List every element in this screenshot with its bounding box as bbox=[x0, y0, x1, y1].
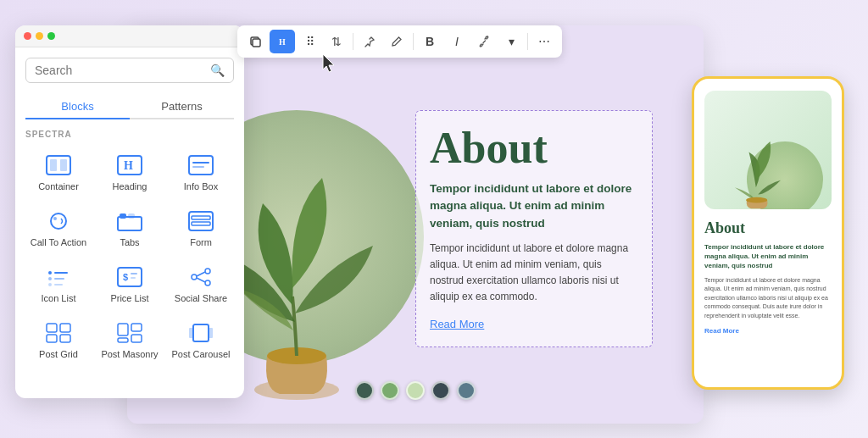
toolbar-pin-button[interactable] bbox=[357, 30, 382, 53]
block-item-info-box[interactable]: Info Box bbox=[168, 147, 234, 197]
toolbar-chevron-button[interactable]: ▾ bbox=[498, 30, 524, 53]
read-more-link[interactable]: Read More bbox=[430, 318, 484, 330]
svg-point-28 bbox=[205, 280, 210, 286]
block-label-container: Container bbox=[38, 181, 79, 191]
toolbar-italic-button[interactable]: I bbox=[444, 30, 470, 53]
svg-point-26 bbox=[205, 269, 210, 274]
block-item-post-masonry[interactable]: Post Masonry bbox=[97, 315, 163, 364]
svg-rect-14 bbox=[192, 216, 210, 219]
cta-icon bbox=[42, 208, 75, 234]
icon-list-icon bbox=[42, 264, 75, 290]
toolbar-move-button[interactable]: ⠿ bbox=[297, 30, 322, 53]
svg-point-27 bbox=[192, 274, 197, 280]
toolbar-duplicate-button[interactable] bbox=[242, 30, 268, 53]
block-item-heading[interactable]: H Heading bbox=[97, 147, 163, 197]
post-carousel-icon bbox=[185, 320, 217, 346]
svg-rect-12 bbox=[128, 213, 135, 219]
search-input[interactable] bbox=[35, 64, 210, 77]
svg-line-29 bbox=[197, 272, 205, 276]
info-box-icon bbox=[185, 152, 217, 178]
toolbar-ellipsis-button[interactable]: ⋯ bbox=[531, 30, 557, 53]
mobile-plant-svg bbox=[717, 116, 802, 209]
color-swatch-3[interactable] bbox=[406, 381, 425, 400]
svg-rect-5 bbox=[189, 156, 213, 175]
form-icon bbox=[185, 208, 217, 234]
svg-rect-6 bbox=[192, 162, 209, 164]
mobile-read-more: Read More bbox=[704, 327, 832, 335]
search-box[interactable]: 🔍 bbox=[25, 58, 234, 83]
heading-icon: H bbox=[114, 152, 146, 178]
toolbar-separator-3 bbox=[527, 33, 528, 50]
mobile-subtitle: Tempor incididunt ut labore et dolore ma… bbox=[704, 242, 832, 271]
svg-rect-45 bbox=[253, 39, 260, 47]
titlebar bbox=[15, 25, 244, 47]
block-label-post-carousel: Post Carousel bbox=[171, 349, 230, 359]
close-dot bbox=[24, 32, 31, 40]
editor-toolbar: H ⠿ ⇅ B I ▾ ⋯ bbox=[237, 25, 562, 58]
block-label-icon-list: Icon List bbox=[42, 293, 76, 303]
svg-rect-40 bbox=[189, 328, 193, 338]
block-item-cta[interactable]: Call To Action bbox=[25, 203, 92, 252]
toolbar-bold-button[interactable]: B bbox=[417, 30, 442, 53]
post-grid-icon bbox=[42, 320, 75, 346]
svg-point-18 bbox=[48, 277, 52, 280]
block-label-form: Form bbox=[190, 237, 212, 247]
block-item-icon-list[interactable]: Icon List bbox=[25, 259, 92, 308]
color-swatch-1[interactable] bbox=[355, 381, 374, 400]
svg-rect-2 bbox=[60, 159, 67, 171]
social-share-icon bbox=[185, 264, 217, 290]
toolbar-arrows-button[interactable]: ⇅ bbox=[324, 30, 349, 53]
svg-point-9 bbox=[53, 217, 57, 220]
color-swatch-2[interactable] bbox=[381, 381, 399, 400]
block-label-tabs: Tabs bbox=[120, 237, 139, 247]
toolbar-edit-button[interactable] bbox=[384, 30, 409, 53]
toolbar-link-button[interactable] bbox=[471, 30, 497, 53]
svg-rect-17 bbox=[54, 272, 68, 274]
content-subtitle: Tempor incididunt ut labore et dolore ma… bbox=[430, 180, 638, 232]
toolbar-separator-2 bbox=[413, 33, 414, 50]
svg-rect-7 bbox=[192, 166, 204, 168]
svg-text:H: H bbox=[124, 159, 133, 172]
mobile-heading: About bbox=[704, 219, 832, 237]
block-item-price-list[interactable]: $ Price List bbox=[97, 259, 163, 308]
color-swatch-4[interactable] bbox=[431, 381, 450, 400]
block-item-social-share[interactable]: Social Share bbox=[168, 259, 234, 308]
minimize-dot bbox=[36, 32, 43, 40]
mobile-preview: About Tempor incididunt ut labore et dol… bbox=[692, 76, 844, 390]
svg-text:$: $ bbox=[123, 272, 128, 282]
svg-rect-32 bbox=[60, 324, 70, 332]
cursor-arrow bbox=[320, 53, 339, 80]
svg-rect-19 bbox=[54, 278, 64, 280]
svg-rect-21 bbox=[54, 284, 63, 286]
block-item-form[interactable]: Form bbox=[168, 203, 234, 252]
toolbar-heading-button[interactable]: H bbox=[270, 30, 295, 53]
svg-point-8 bbox=[51, 213, 66, 229]
svg-point-48 bbox=[746, 197, 767, 203]
svg-line-30 bbox=[197, 278, 205, 282]
svg-rect-1 bbox=[50, 159, 57, 171]
section-label: SPECTRA bbox=[25, 130, 234, 139]
block-item-post-grid[interactable]: Post Grid bbox=[25, 315, 92, 364]
svg-rect-35 bbox=[118, 324, 128, 335]
block-item-post-carousel[interactable]: Post Carousel bbox=[168, 315, 234, 364]
block-grid: Container H Heading bbox=[25, 147, 234, 364]
tab-blocks[interactable]: Blocks bbox=[25, 95, 130, 119]
content-body: Tempor incididunt ut labore et dolore ma… bbox=[430, 241, 638, 306]
svg-rect-41 bbox=[209, 328, 213, 338]
search-icon: 🔍 bbox=[210, 64, 225, 77]
block-label-heading: Heading bbox=[113, 181, 147, 191]
block-label-price-list: Price List bbox=[110, 293, 148, 303]
svg-rect-31 bbox=[47, 324, 57, 332]
svg-rect-10 bbox=[118, 217, 142, 230]
block-item-container[interactable]: Container bbox=[25, 147, 92, 197]
color-swatch-5[interactable] bbox=[457, 381, 476, 400]
svg-rect-33 bbox=[47, 335, 57, 342]
svg-point-16 bbox=[48, 271, 52, 274]
content-block: About Tempor incididunt ut labore et dol… bbox=[415, 110, 653, 347]
block-item-tabs[interactable]: Tabs bbox=[97, 203, 163, 252]
block-label-post-masonry: Post Masonry bbox=[101, 349, 158, 359]
svg-rect-13 bbox=[189, 212, 213, 230]
tab-patterns[interactable]: Patterns bbox=[130, 95, 234, 118]
post-masonry-icon bbox=[114, 320, 146, 346]
block-label-info-box: Info Box bbox=[184, 181, 218, 191]
